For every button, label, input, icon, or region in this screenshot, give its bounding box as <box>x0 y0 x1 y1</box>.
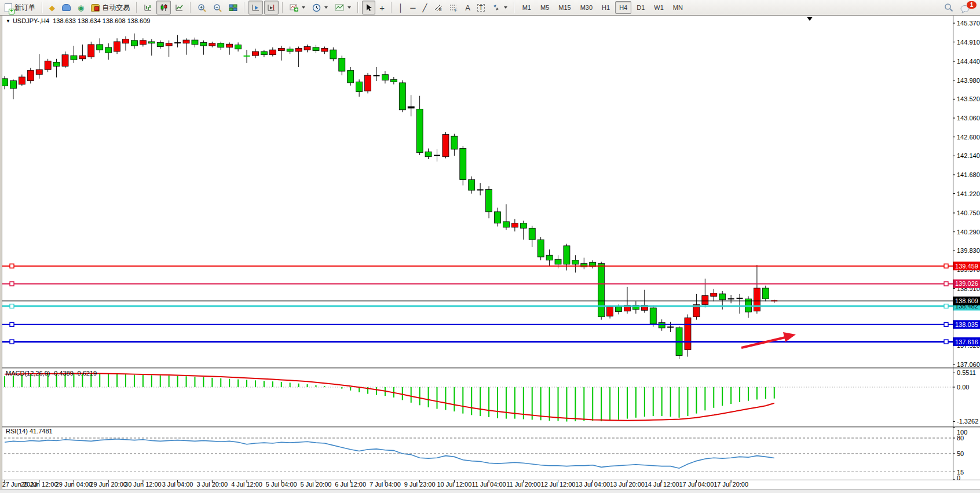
svg-text:80: 80 <box>957 435 964 442</box>
chart-symbol-header[interactable]: ▼USDJPY-,H4 138.633 138.634 138.608 138.… <box>6 17 150 24</box>
indicators-button[interactable] <box>287 1 308 14</box>
timeframe-clock-button[interactable] <box>309 1 331 14</box>
zoom-in-icon <box>198 3 206 12</box>
candlestick-chart-button[interactable] <box>156 1 171 14</box>
chart-window: 145.370144.910144.440143.980143.520143.0… <box>0 15 980 493</box>
svg-text:142.600: 142.600 <box>957 134 980 141</box>
svg-text:9 Jul 23:00: 9 Jul 23:00 <box>404 481 436 488</box>
indicators-icon <box>290 3 298 12</box>
toolbar-separator <box>136 2 137 13</box>
vertical-line-tool-button[interactable]: │ <box>396 1 406 14</box>
toolbar: 新订单 ◆ ◉ 自动交易 <box>0 0 980 16</box>
signals-button[interactable]: ◉ <box>75 1 87 14</box>
signal-broadcast-icon: ◉ <box>78 4 84 12</box>
chart-shift-button[interactable] <box>264 1 279 14</box>
fibonacci-tool-button[interactable]: F <box>447 1 461 14</box>
templates-dropdown-caret <box>348 6 351 9</box>
svg-text:17 Jul 04:00: 17 Jul 04:00 <box>679 481 714 488</box>
zoom-out-icon <box>213 3 222 12</box>
svg-text:141.220: 141.220 <box>957 190 980 197</box>
tf-button-d1[interactable]: D1 <box>632 1 649 14</box>
svg-text:137.060: 137.060 <box>957 361 980 368</box>
tf-button-m1[interactable]: M1 <box>518 1 535 14</box>
chart-canvas[interactable]: 145.370144.910144.440143.980143.520143.0… <box>0 15 980 493</box>
autotrading-icon <box>91 4 100 12</box>
svg-text:14 Jul 12:00: 14 Jul 12:00 <box>645 481 679 488</box>
indicators-dropdown-caret <box>302 6 305 9</box>
tf-button-h4[interactable]: H4 <box>615 1 631 14</box>
cursor-tool-button[interactable] <box>362 1 375 14</box>
tf-button-m5[interactable]: M5 <box>536 1 553 14</box>
tile-windows-button[interactable] <box>226 1 240 14</box>
line-chart-button[interactable] <box>172 1 187 14</box>
symbol-dropdown-icon[interactable]: ▼ <box>6 19 10 24</box>
community-button[interactable] <box>59 1 74 14</box>
line-chart-icon <box>175 3 184 12</box>
svg-text:5 Jul 20:00: 5 Jul 20:00 <box>301 481 332 488</box>
shapes-arrows-icon <box>492 3 500 12</box>
symbol-ohlc-text: USDJPY-,H4 138.633 138.634 138.608 138.6… <box>13 17 151 24</box>
tf-button-h1[interactable]: H1 <box>598 1 614 14</box>
search-icon <box>944 3 953 12</box>
tf-button-mn[interactable]: MN <box>669 1 687 14</box>
svg-text:4 Jul 12:00: 4 Jul 12:00 <box>231 481 262 488</box>
svg-text:30 Jun 12:00: 30 Jun 12:00 <box>125 481 162 488</box>
svg-text:144.440: 144.440 <box>957 58 980 65</box>
svg-text:140.290: 140.290 <box>957 229 980 236</box>
toolbar-separator <box>190 2 191 13</box>
svg-text:140.750: 140.750 <box>957 209 980 216</box>
toolbar-separator <box>244 2 245 13</box>
svg-text:0.00: 0.00 <box>957 384 969 391</box>
zoom-in-button[interactable] <box>195 1 209 14</box>
svg-text:143.980: 143.980 <box>957 77 980 84</box>
svg-text:28 Jun 12:00: 28 Jun 12:00 <box>21 481 58 488</box>
templates-icon <box>335 3 344 12</box>
text-tool-button[interactable]: A <box>462 1 473 14</box>
svg-text:E: E <box>439 8 442 12</box>
horizontal-line-tool-button[interactable]: ─ <box>407 1 418 14</box>
tf-button-w1[interactable]: W1 <box>650 1 668 14</box>
toolbar-separator <box>282 2 283 13</box>
svg-text:137.616: 137.616 <box>955 339 978 345</box>
svg-text:11 Jul 04:00: 11 Jul 04:00 <box>472 481 506 488</box>
label-tool-button[interactable]: T <box>474 1 488 14</box>
new-order-button[interactable]: 新订单 <box>2 1 38 14</box>
toolbar-separator <box>42 2 43 13</box>
svg-text:50: 50 <box>957 450 964 457</box>
shapes-dropdown-caret <box>504 6 507 9</box>
search-button[interactable] <box>941 1 956 14</box>
svg-text:13 Jul 04:00: 13 Jul 04:00 <box>575 481 610 488</box>
toolbar-separator <box>514 2 515 13</box>
autotrading-button[interactable]: 自动交易 <box>88 1 133 14</box>
clock-icon <box>312 3 321 12</box>
tile-windows-icon <box>229 3 237 12</box>
svg-text:144.910: 144.910 <box>957 39 980 46</box>
templates-button[interactable] <box>332 1 354 14</box>
horizontal-line-icon: ─ <box>410 4 415 12</box>
svg-text:12 Jul 12:00: 12 Jul 12:00 <box>541 481 576 488</box>
trendline-tool-button[interactable]: ╱ <box>419 1 430 14</box>
vertical-line-icon: │ <box>398 4 403 12</box>
svg-text:143.520: 143.520 <box>957 95 980 102</box>
svg-text:-1.3262: -1.3262 <box>957 418 978 425</box>
svg-text:138.035: 138.035 <box>955 321 978 328</box>
crosshair-tool-button[interactable]: + <box>376 1 387 14</box>
notifications-button[interactable]: 1 <box>957 0 978 15</box>
zoom-out-button[interactable] <box>210 1 225 14</box>
tf-button-m30[interactable]: M30 <box>576 1 597 14</box>
bar-chart-button[interactable] <box>141 1 155 14</box>
market-watch-button[interactable]: ◆ <box>46 1 58 14</box>
candlestick-chart-icon <box>159 3 168 12</box>
auto-scroll-button[interactable] <box>248 1 263 14</box>
svg-text:139.026: 139.026 <box>955 280 978 287</box>
gold-icon: ◆ <box>49 4 55 12</box>
svg-text:10 Jul 12:00: 10 Jul 12:00 <box>437 481 471 488</box>
shapes-tool-button[interactable] <box>489 1 510 14</box>
tf-button-m15[interactable]: M15 <box>554 1 575 14</box>
svg-text:139.830: 139.830 <box>957 247 980 254</box>
equidistant-channel-icon: E <box>434 3 443 12</box>
svg-text:7 Jul 04:00: 7 Jul 04:00 <box>370 481 401 488</box>
channel-tool-button[interactable]: E <box>431 1 445 14</box>
bar-chart-icon <box>144 3 152 12</box>
svg-text:0: 0 <box>957 474 960 481</box>
